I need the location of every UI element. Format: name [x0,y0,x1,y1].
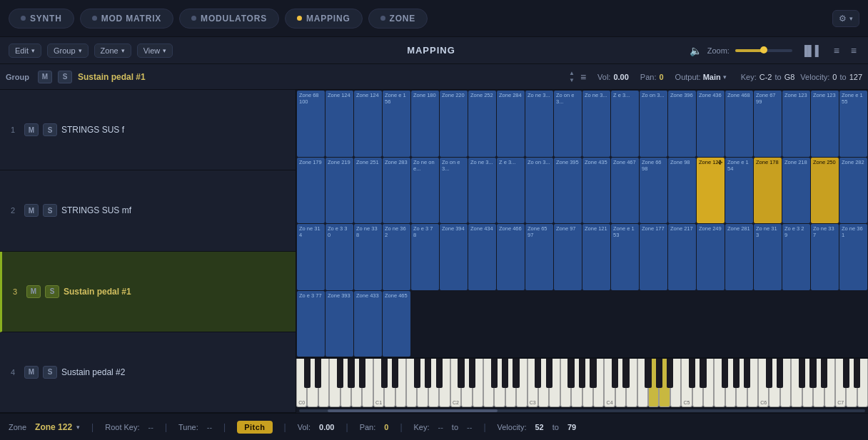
zone-cell[interactable]: Zone 217 [668,224,696,290]
black-key[interactable] [546,359,552,388]
solo-3[interactable]: S [45,285,59,298]
zone-cell[interactable]: Zone 220 [440,91,468,157]
zone-cell[interactable]: Zone 467 [611,158,639,224]
zoom-thumb[interactable] [760,46,767,53]
mute-2[interactable]: M [24,204,39,217]
bottom-key-to[interactable]: -- [467,423,472,431]
zone-cell[interactable]: Zo ne 36 2 [383,224,410,290]
black-key[interactable] [843,359,849,388]
zone-cell[interactable]: Zone 435 [582,158,610,224]
list-icon[interactable]: ≡ [831,44,842,58]
zone-cell[interactable]: Zo ne 31 4 [297,224,325,290]
solo-1[interactable]: S [43,123,57,136]
zone-cell[interactable]: Zone e 155 [839,91,867,157]
zone-cell[interactable]: Zo e 3 7 8 [411,224,439,290]
zone-cell[interactable]: Zone 218 [782,158,810,224]
vol-value[interactable]: 0.00 [613,73,628,81]
edit-menu[interactable]: Edit ▾ [9,44,41,58]
black-key[interactable] [436,359,443,388]
solo-2[interactable]: S [43,204,57,217]
black-key[interactable] [821,359,827,388]
zone-cell[interactable]: Zone 395 [554,158,582,224]
zone-cell[interactable]: Z e 3... [611,91,639,157]
view-menu[interactable]: View ▾ [137,44,173,58]
black-key[interactable] [304,359,311,388]
zone-menu[interactable]: Zone ▾ [94,44,131,58]
nav-tab-synth[interactable]: SYNTH [9,9,74,29]
zone-cell[interactable]: Zone 284 [497,91,525,157]
scroll-track[interactable] [299,409,865,412]
zone-cell[interactable]: Zone 396 [668,91,696,157]
zone-cell[interactable]: Zo on 3... [525,158,553,224]
zone-select[interactable]: Zone 122 ▾ [35,422,80,432]
key-from[interactable]: C-2 [760,73,772,81]
zone-cell[interactable]: Zone 465 [383,291,410,357]
black-key[interactable] [458,359,464,388]
zone-cell[interactable]: Zo ne on e... [411,158,439,224]
black-key[interactable] [722,359,728,388]
solo-4[interactable]: S [43,366,57,379]
zone-cell[interactable]: Zone 180 [411,91,439,157]
black-key[interactable] [425,359,431,388]
black-key[interactable] [337,359,343,388]
zone-cell[interactable]: Zone 67 99 [754,91,782,157]
bottom-pan-value[interactable]: 0 [384,423,388,431]
black-key[interactable] [502,359,508,388]
bottom-key-from[interactable]: -- [438,423,443,431]
black-key[interactable] [689,359,695,388]
pitch-button[interactable]: Pitch [237,421,272,434]
black-key[interactable] [535,359,541,388]
scroll-thumb[interactable] [328,409,498,412]
zone-cell[interactable]: Zone 281 [725,224,753,290]
zone-cell[interactable]: Zone 434 [468,224,496,290]
zone-cell[interactable]: Zo e 3 2 9 [782,224,810,290]
zone-cell[interactable]: Zo ne 3... [468,158,496,224]
instrument-row-3[interactable]: 3 M S Sustain pedal #1 [0,252,296,332]
zone-cell[interactable]: Zone 123 [811,91,839,157]
zone-cell[interactable]: Zone 466 [497,224,525,290]
black-key[interactable] [469,359,475,388]
black-key[interactable] [392,359,398,388]
bottom-vol-value[interactable]: 0.00 [319,423,334,431]
zoom-slider[interactable] [735,49,792,52]
root-key-value[interactable]: -- [148,423,153,431]
zone-cell[interactable]: Zone 282 [839,158,867,224]
black-key[interactable] [359,359,365,388]
black-key[interactable] [777,359,783,388]
nav-tab-mapping[interactable]: MAPPING [285,9,363,29]
black-key[interactable] [766,359,772,388]
zone-cell[interactable]: Zone e 153 [611,224,639,290]
zone-cell[interactable]: Zone 66 98 [640,158,667,224]
zone-cell[interactable]: Zo ne 33 7 [811,224,839,290]
zone-cell[interactable]: Zone 283 [383,158,410,224]
instrument-row-2[interactable]: 2 M S STRINGS SUS mf [0,170,296,251]
zone-cell[interactable]: Zone 433 [354,291,382,357]
vel-to[interactable]: 127 [849,73,862,81]
zone-cell[interactable]: Zo ne 36 1 [839,224,867,290]
black-key[interactable] [513,359,519,388]
key-to[interactable]: G8 [784,73,795,81]
black-key[interactable] [854,359,860,388]
black-key[interactable] [733,359,740,388]
black-key[interactable] [809,359,816,388]
zone-cell[interactable]: Zone e 156 [383,91,410,157]
black-key[interactable] [567,359,574,388]
zone-cell[interactable]: Zone 121 [582,224,610,290]
zone-cell[interactable]: Zone 179 [297,158,325,224]
zone-cell[interactable]: Zo ne 3... [582,91,610,157]
zone-cell[interactable]: Zo ne 33 8 [354,224,382,290]
zone-cell[interactable]: Zone 177 [640,224,667,290]
black-key[interactable] [667,359,673,388]
mute-1[interactable]: M [24,123,39,136]
black-key[interactable] [414,359,420,388]
mute-button[interactable]: M [38,71,52,83]
zone-cell[interactable]: Zo on e 3... [440,158,468,224]
instrument-row-4[interactable]: 4 M S Sustain pedal #2 [0,332,296,413]
solo-button[interactable]: S [58,71,72,83]
group-nav-arrows[interactable]: ▲▼ [569,70,575,83]
zone-cell[interactable]: Zone 219 [326,158,353,224]
black-key[interactable] [622,359,629,388]
nav-tab-modulators[interactable]: MODULATORS [179,9,279,29]
zone-cell[interactable]: Zone 249 [697,224,725,290]
zone-cell[interactable]: Zo ne 31 3 [754,224,782,290]
